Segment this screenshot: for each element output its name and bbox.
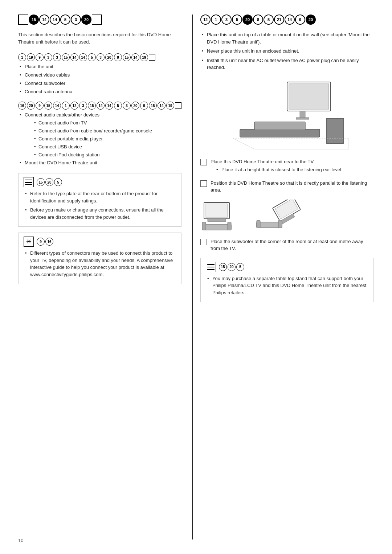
circle-14a: 14 xyxy=(39,15,49,25)
section2-header: 16 20 9 15 14 1 12 3 15 14 14 5 3 20 9 1… xyxy=(18,102,181,110)
svg-rect-13 xyxy=(208,219,226,222)
note-box-3-header: 15 20 5 xyxy=(206,262,368,272)
svg-rect-16 xyxy=(228,222,231,230)
note-box-2-header: ✳ 9 16 xyxy=(24,237,176,247)
sub-list-item-portable: Connect portable media player xyxy=(33,136,181,143)
main-title-right: 12 1 3 5 20 8 5 21 14 9 20 xyxy=(200,15,374,25)
checkbox-2-text: Position this DVD Home Theatre so that i… xyxy=(211,180,374,194)
intro-text: This section describes the basic connect… xyxy=(18,31,181,45)
note3-list: You may purchase a separate table top st… xyxy=(206,275,368,296)
note1-list: Refer to the type plate at the rear or b… xyxy=(24,190,176,221)
list-item: Connect subwoofer xyxy=(18,80,181,87)
note-lines-icon xyxy=(24,177,34,187)
svg-rect-5 xyxy=(254,122,305,130)
r-circle-14: 14 xyxy=(285,15,295,25)
svg-rect-15 xyxy=(202,222,206,230)
svg-rect-18 xyxy=(275,200,298,219)
diagram-row xyxy=(200,200,374,232)
circle-3: 3 xyxy=(71,15,81,25)
r-circle-1: 1 xyxy=(211,15,221,25)
note2-circles: 9 16 xyxy=(37,238,53,246)
list-item-mount: Mount the DVD Home Theatre unit xyxy=(18,160,181,167)
sub-list-item-ipod: Connect iPod docking station xyxy=(33,152,181,159)
r-circle-3: 3 xyxy=(221,15,232,25)
svg-rect-12 xyxy=(206,204,228,217)
svg-rect-4 xyxy=(240,129,320,137)
section1-header: 1 19 9 3 3 15 14 14 5 3 20 9 15 14 19 xyxy=(18,53,181,61)
right-bullet-item: Never place this unit in an enclosed cab… xyxy=(200,48,374,55)
list-item: Connect radio antenna xyxy=(18,89,181,95)
svg-line-8 xyxy=(233,138,254,149)
diagram-topdown-svg xyxy=(200,200,248,232)
list-item-audio: Connect audio cables/other devices Conne… xyxy=(18,112,181,158)
r-circle-12: 12 xyxy=(200,15,211,25)
svg-rect-1 xyxy=(289,84,329,109)
r-circle-8: 8 xyxy=(253,15,263,25)
device-svg xyxy=(225,78,349,151)
note1-item: Refer to the type plate at the rear or b… xyxy=(24,190,176,204)
sub-list-item: Connect audio from cable box/ recorder/g… xyxy=(33,128,181,135)
note-box-3: 15 20 5 You may purchase a separate tabl… xyxy=(200,258,374,303)
section1-list: Place the unit Connect video cables Conn… xyxy=(18,63,181,95)
main-title-left: 15 14 14 5 3 20 xyxy=(18,15,181,25)
note1-circles: 15 20 5 xyxy=(37,178,62,186)
left-column: 15 14 14 5 3 20 This section describes t… xyxy=(18,15,192,539)
left-bracket-icon xyxy=(18,15,28,25)
note-box-1: 15 20 5 Refer to the type plate at the r… xyxy=(18,173,181,227)
list-item: Connect video cables xyxy=(18,72,181,79)
r-circle-9: 9 xyxy=(295,15,305,25)
svg-rect-2 xyxy=(300,111,305,118)
sub-list-audio: Connect audio from TV Connect audio from… xyxy=(25,120,181,158)
circle-5: 5 xyxy=(60,15,70,25)
note-box-1-header: 15 20 5 xyxy=(24,177,176,187)
r-circle-21: 21 xyxy=(274,15,284,25)
section2-list: Connect audio cables/other devices Conne… xyxy=(18,112,181,167)
checkbox-item-2: Position this DVD Home Theatre so that i… xyxy=(200,180,374,194)
sub-list-item: Connect audio from TV xyxy=(33,120,181,127)
circle-14b: 14 xyxy=(50,15,60,25)
r-circle-20: 20 xyxy=(242,15,253,25)
page-number: 10 xyxy=(18,538,23,543)
right-bullet-list: Place this unit on top of a table or mou… xyxy=(200,31,374,71)
svg-rect-21 xyxy=(257,220,260,228)
note3-circles: 15 20 5 xyxy=(219,263,244,271)
checkbox-1-sublist: Place it at a height that is closest to … xyxy=(211,167,374,173)
checkbox-1-text: Place this DVD Home Theatre unit near to… xyxy=(211,158,374,175)
note-lines-icon-3 xyxy=(206,262,216,272)
svg-rect-3 xyxy=(296,118,309,119)
right-column: 12 1 3 5 20 8 5 21 14 9 20 Place this un… xyxy=(192,15,374,539)
list-item: Place the unit xyxy=(18,63,181,70)
checkbox-3-text: Place the subwoofer at the corner of the… xyxy=(211,238,374,252)
note-box-2: ✳ 9 16 Different types of connectors may… xyxy=(18,233,181,284)
circle-15: 15 xyxy=(29,15,39,25)
checkbox-1 xyxy=(200,159,207,165)
checkbox-item-3: Place the subwoofer at the corner of the… xyxy=(200,238,374,252)
right-bullet-item: Install this unit near the AC outlet whe… xyxy=(200,57,374,71)
diagram-angled-svg xyxy=(255,200,302,232)
checkbox-3 xyxy=(200,239,207,245)
r-circle-5b: 5 xyxy=(264,15,274,25)
circle-20: 20 xyxy=(81,15,91,25)
right-bracket-icon xyxy=(92,15,102,25)
device-illustration xyxy=(200,78,374,151)
note1-item: Before you make or change any connection… xyxy=(24,206,176,221)
sub-list-item-usb: Connect USB device xyxy=(33,144,181,151)
svg-rect-6 xyxy=(326,118,344,144)
note2-item: Different types of connectors may be use… xyxy=(24,250,176,278)
star-icon: ✳ xyxy=(24,237,34,247)
r-circle-5: 5 xyxy=(232,15,242,25)
checkbox-item-1: Place this DVD Home Theatre unit near to… xyxy=(200,158,374,175)
r-circle-20b: 20 xyxy=(306,15,316,25)
checkbox-1-sub-item: Place it at a height that is closest to … xyxy=(216,167,374,173)
right-bullet-item: Place this unit on top of a table or mou… xyxy=(200,31,374,45)
svg-rect-22 xyxy=(278,220,282,228)
checkbox-2 xyxy=(200,180,207,187)
note2-list: Different types of connectors may be use… xyxy=(24,250,176,278)
note3-item: You may purchase a separate table top st… xyxy=(206,275,368,296)
svg-rect-14 xyxy=(202,224,231,230)
